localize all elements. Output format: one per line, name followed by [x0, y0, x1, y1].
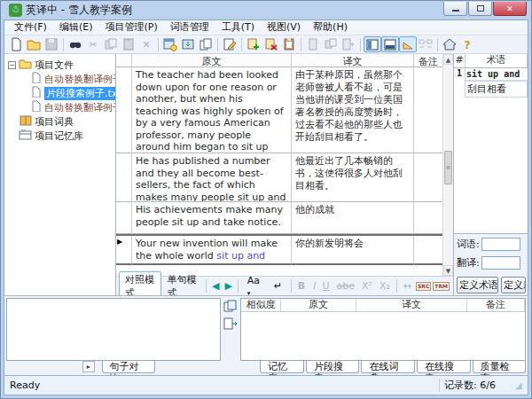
source-cell[interactable]: His achievements make many people sit up… — [132, 202, 292, 234]
toggle-sidebar-button[interactable] — [364, 36, 381, 52]
align-icon[interactable] — [417, 36, 434, 52]
scrollbar-track[interactable]: ≡ — [443, 65, 453, 265]
translation-input[interactable] — [481, 256, 520, 270]
resize-grip[interactable]: ◢ — [515, 380, 528, 390]
help-button[interactable]: ? — [458, 36, 476, 52]
tree-item-memory[interactable]: 项目记忆库 — [4, 129, 115, 143]
table-row[interactable]: His achievements make many people sit up… — [116, 202, 442, 234]
copy-source-button[interactable]: SRC — [416, 282, 431, 291]
tab-fragment-search[interactable]: 片段搜索 — [306, 361, 360, 373]
home-button[interactable] — [441, 36, 458, 52]
strikethrough-button[interactable]: abe — [333, 280, 359, 292]
term-translation[interactable]: 刮目相看 — [466, 81, 528, 98]
find-button[interactable] — [66, 36, 84, 52]
tree-root-project-files[interactable]: − 项目文件 — [4, 58, 115, 72]
source-cell[interactable]: The teacher had been looked down upon fo… — [132, 67, 292, 153]
memory-icon[interactable] — [304, 36, 322, 52]
scroll-up-icon[interactable]: ▲ — [443, 54, 453, 65]
menu-tools[interactable]: 工具(T) — [215, 20, 261, 35]
font-button[interactable]: Aa ▾ — [241, 273, 268, 296]
target-cell[interactable]: 他最近出了几本畅销的书，这使得很多人对他刮目相看。 — [292, 153, 414, 202]
minimize-button[interactable] — [443, 2, 467, 16]
table-row[interactable]: The teacher had been looked down upon fo… — [116, 67, 442, 153]
merge-icon[interactable] — [322, 36, 340, 52]
menu-terms[interactable]: 词语管理 — [164, 20, 215, 35]
folder-icon — [19, 58, 32, 72]
tree-file-3[interactable]: 自动替换翻译例子2. — [4, 100, 115, 114]
tree-file-2[interactable]: 片段搜索例子.txt — [4, 86, 115, 100]
delete-icon[interactable]: ✕ — [137, 36, 155, 52]
paste-icon[interactable] — [120, 36, 137, 52]
target-cell[interactable]: 由于某种原因，虽然那个老师曾被人看不起，可是当他讲的课受到一位美国著名教授的高度… — [292, 67, 414, 153]
toggle-terms-button[interactable] — [399, 36, 417, 52]
menu-view[interactable]: 视图(V) — [261, 20, 307, 35]
term-table: # 术语 1 sit up and 刮目相看 — [454, 54, 528, 234]
edit-toolbar: 对照模式 单句模式 ◀ ▶ Aa ▾ ↵ B I U abe X² X₂ — [116, 276, 453, 295]
tree-file-1[interactable]: 自动替换翻译例子.t — [4, 72, 115, 86]
bold-button[interactable]: B — [294, 280, 309, 292]
new-file-button[interactable] — [7, 36, 25, 52]
paste-term-button[interactable] — [280, 36, 298, 52]
term-source[interactable]: sit up and — [466, 68, 528, 81]
close-button[interactable]: ✕ — [493, 2, 527, 16]
collapse-icon[interactable]: − — [8, 61, 16, 69]
match-note-header: 备注 — [467, 299, 525, 311]
maximize-button[interactable] — [468, 2, 492, 16]
underline-button[interactable]: U — [319, 280, 333, 292]
subscript-button[interactable]: X₂ — [376, 280, 394, 292]
project-import-button[interactable] — [179, 36, 197, 52]
tab-sentence-compare[interactable]: 句子对比 — [102, 361, 156, 373]
tree-item-dictionary[interactable]: 项目词典 — [4, 114, 115, 129]
menu-edit[interactable]: 编辑(E) — [53, 20, 99, 35]
edit-note-button[interactable] — [221, 36, 239, 52]
toggle-bottom-panel-button[interactable] — [381, 36, 399, 52]
note-cell[interactable] — [414, 202, 442, 234]
superscript-button[interactable]: X² — [358, 280, 376, 292]
project-copy-button[interactable] — [197, 36, 215, 52]
tab-memory[interactable]: 记忆库 — [260, 361, 304, 373]
insert-break-button[interactable]: ↵ — [268, 278, 288, 293]
define-term-button[interactable]: 定义术语 — [457, 277, 498, 293]
tag-button[interactable]: ↔ — [400, 280, 415, 292]
single-sentence-mode-button[interactable]: 单句模式 — [161, 271, 204, 296]
insert-term-button[interactable]: TRM — [433, 282, 450, 291]
vertical-scrollbar[interactable]: ▲ ≡ ▼ — [442, 54, 453, 276]
delete-term-button[interactable] — [262, 36, 280, 52]
target-cell[interactable]: 他的成就 — [292, 202, 414, 234]
cut-icon[interactable]: ✂ — [84, 36, 102, 52]
note-cell[interactable] — [414, 67, 442, 153]
insert-result-icon[interactable] — [223, 317, 238, 332]
target-cell[interactable]: 你的新发明将会 — [292, 236, 414, 265]
open-file-button[interactable] — [25, 36, 43, 52]
note-cell[interactable] — [414, 153, 442, 202]
compare-mode-button[interactable]: 对照模式 — [119, 271, 161, 296]
table-row[interactable]: He has published a number and they all b… — [116, 153, 442, 202]
define-new-word-button[interactable]: 定义新词 — [501, 277, 526, 293]
source-cell[interactable]: Your new invention will make the whole w… — [132, 236, 292, 265]
term-row[interactable]: 1 sit up and 刮目相看 — [454, 68, 528, 98]
menu-file[interactable]: 文件(F) — [8, 20, 53, 35]
tab-online-dictionary[interactable]: 在线词典 — [361, 361, 415, 373]
project-properties-button[interactable] — [161, 36, 179, 52]
titlebar[interactable]: ☃ 英译中 - 雪人教学案例 ✕ — [4, 1, 528, 20]
tab-online-search[interactable]: 在线搜索 — [417, 361, 471, 373]
scroll-down-icon[interactable]: ▼ — [443, 265, 453, 276]
note-cell[interactable] — [414, 236, 442, 265]
next-segment-button[interactable]: ▶ — [222, 280, 234, 292]
italic-button[interactable]: I — [309, 280, 318, 292]
table-row-current[interactable]: ▶ Your new invention will make the whole… — [116, 234, 442, 265]
menu-project[interactable]: 项目管理(P) — [98, 20, 163, 35]
save-button[interactable] — [43, 36, 60, 52]
tab-quality-check[interactable]: 质量检查 — [473, 361, 527, 373]
scrollbar-thumb[interactable]: ≡ — [444, 151, 452, 184]
copy-icon[interactable] — [102, 36, 120, 52]
add-term-button[interactable] — [245, 36, 262, 52]
tab-scroll-button[interactable]: ▸ — [82, 361, 95, 372]
source-cell[interactable]: He has published a number and they all b… — [132, 153, 292, 202]
word-input[interactable] — [481, 238, 520, 251]
menu-help[interactable]: 帮助(H) — [307, 20, 354, 35]
sentence-compare-panel[interactable] — [6, 298, 221, 361]
export-icon[interactable] — [340, 36, 357, 52]
copy-result-icon[interactable] — [223, 300, 238, 315]
previous-segment-button[interactable]: ◀ — [209, 280, 222, 292]
